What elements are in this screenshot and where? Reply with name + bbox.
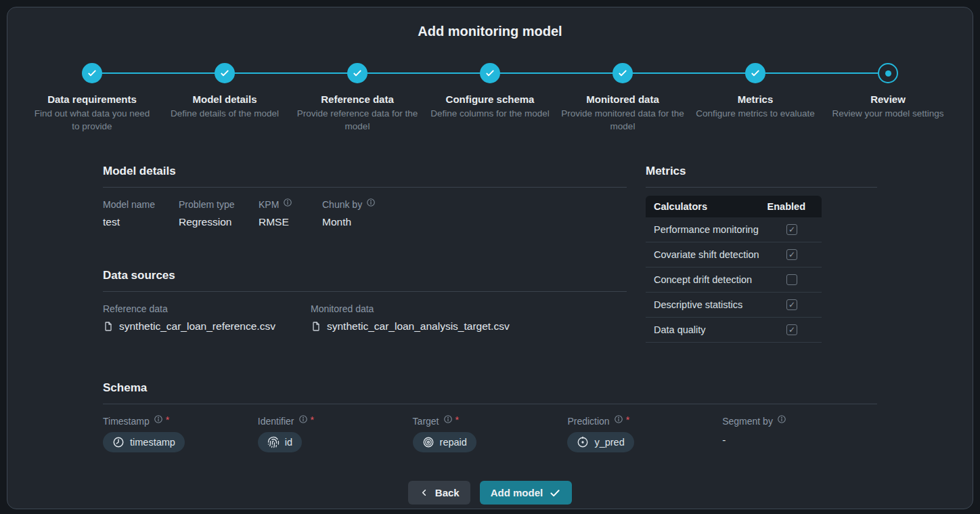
step-label: Metrics (738, 92, 774, 106)
chip-label: y_pred (594, 437, 624, 448)
info-icon[interactable] (283, 198, 292, 207)
step-description: Define details of the model (171, 107, 279, 120)
chip-label: id (285, 437, 292, 448)
timestamp-chip: timestamp (103, 432, 185, 452)
field-label: Timestamp (103, 415, 150, 427)
required-asterisk: * (311, 414, 314, 426)
check-icon (485, 68, 495, 79)
calculator-label: Performance monitoring (654, 224, 759, 235)
required-asterisk: * (455, 414, 459, 426)
check-icon (352, 68, 363, 79)
monitored-data-field: Monitored data synthetic_car_loan_analys… (311, 303, 510, 333)
schema-heading: Schema (103, 381, 877, 404)
target-icon (422, 436, 435, 448)
problem-type-value: Regression (179, 215, 259, 229)
performance-monitoring-checkbox[interactable] (786, 224, 797, 235)
info-icon[interactable] (298, 414, 308, 424)
step-description: Provide reference data for the model (296, 107, 419, 133)
schema-section: Schema Timestamp * timestamp Identi (103, 381, 877, 452)
step-metrics[interactable]: Metrics Configure metrics to evaluate (689, 63, 822, 133)
info-icon[interactable] (777, 414, 786, 424)
table-row: Descriptive statistics (646, 293, 822, 318)
calculator-label: Descriptive statistics (654, 299, 742, 310)
calculators-column-header: Calculators (654, 201, 707, 212)
calculator-label: Concept drift detection (654, 274, 752, 285)
check-icon (617, 68, 628, 79)
active-dot-icon (885, 70, 891, 77)
table-row: Data quality (646, 318, 822, 343)
info-icon[interactable] (443, 414, 453, 424)
step-description: Find out what data you need to provide (30, 107, 154, 133)
back-button[interactable]: Back (408, 481, 470, 505)
info-icon[interactable] (614, 414, 623, 424)
descriptive-statistics-checkbox[interactable] (786, 299, 797, 310)
info-icon[interactable] (154, 414, 163, 424)
reference-file-name: synthetic_car_loan_reference.csv (119, 319, 275, 333)
kpm-field: KPM RMSE (259, 198, 322, 229)
step-label: Data requirements (47, 92, 137, 106)
model-details-heading: Model details (103, 164, 627, 188)
step-monitored-data[interactable]: Monitored data Provide monitored data fo… (556, 63, 689, 133)
segment-by-field: Segment by - (722, 415, 877, 452)
prediction-field: Prediction * y_pred (567, 415, 722, 452)
kpm-value: RMSE (259, 215, 322, 229)
chunk-by-field: Chunk by Month (322, 198, 376, 229)
add-model-button[interactable]: Add model (480, 481, 573, 505)
fingerprint-icon (267, 436, 280, 448)
add-monitoring-model-dialog: Add monitoring model Data requirements F… (7, 7, 973, 509)
required-asterisk: * (626, 414, 629, 426)
timestamp-field: Timestamp * timestamp (103, 415, 258, 452)
metrics-table-header: Calculators Enabled (646, 196, 822, 217)
segment-by-value: - (722, 434, 877, 446)
identifier-chip: id (258, 432, 302, 452)
covariate-shift-detection-checkbox[interactable] (786, 249, 797, 260)
concept-drift-detection-checkbox[interactable] (786, 274, 797, 285)
file-icon (103, 321, 114, 332)
step-description: Configure metrics to evaluate (696, 107, 815, 120)
page-title: Add monitoring model (7, 7, 973, 39)
step-description: Review your model settings (832, 107, 943, 120)
field-label: Problem type (179, 198, 234, 211)
step-model-details[interactable]: Model details Define details of the mode… (158, 63, 291, 133)
step-description: Provide monitored data for the model (561, 107, 684, 133)
chevron-left-icon (419, 488, 429, 498)
step-label: Review (870, 92, 906, 106)
field-label: Monitored data (311, 303, 374, 315)
step-reference-data[interactable]: Reference data Provide reference data fo… (291, 63, 424, 133)
model-name-value: test (103, 215, 179, 229)
prediction-chip: y_pred (567, 432, 633, 452)
step-description: Define columns for the model (430, 107, 550, 120)
prediction-icon (577, 436, 589, 448)
step-status-icon (347, 63, 368, 83)
check-icon (87, 68, 97, 79)
field-label: Target (413, 415, 439, 427)
metrics-section: Metrics Calculators Enabled Performance … (646, 164, 877, 343)
check-icon (219, 68, 230, 79)
reference-data-field: Reference data synthetic_car_loan_refere… (103, 303, 311, 333)
step-label: Configure schema (446, 92, 535, 106)
chip-label: repaid (440, 437, 467, 448)
calculator-label: Covariate shift detection (654, 249, 759, 260)
field-label: Segment by (722, 415, 773, 427)
table-row: Performance monitoring (646, 217, 822, 242)
field-label: KPM (259, 198, 279, 211)
data-quality-checkbox[interactable] (786, 324, 797, 335)
calculator-label: Data quality (654, 324, 706, 335)
field-label: Prediction (567, 415, 609, 427)
info-icon[interactable] (366, 198, 376, 207)
step-review[interactable]: Review Review your model settings (822, 63, 954, 133)
model-name-field: Model name test (103, 198, 179, 229)
step-status-icon (82, 63, 102, 83)
step-status-icon (745, 63, 765, 83)
step-label: Model details (192, 92, 257, 106)
wizard-stepper: Data requirements Find out what data you… (7, 63, 973, 133)
metrics-heading: Metrics (646, 164, 877, 188)
step-status-icon (480, 63, 500, 83)
step-data-requirements[interactable]: Data requirements Find out what data you… (26, 63, 158, 133)
target-chip: repaid (413, 432, 476, 452)
file-icon (311, 321, 321, 332)
step-label: Monitored data (586, 92, 659, 106)
step-configure-schema[interactable]: Configure schema Define columns for the … (424, 63, 556, 133)
table-row: Concept drift detection (646, 267, 822, 293)
problem-type-field: Problem type Regression (179, 198, 259, 229)
